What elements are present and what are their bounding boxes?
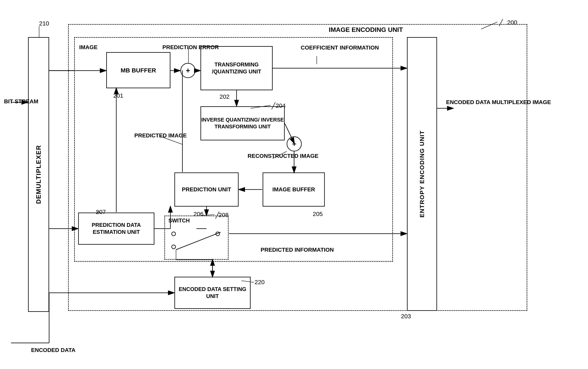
ref-204: 204 [276,102,286,109]
inverse-quantizing-box: INVERSE QUANTIZING/ INVERSE TRANSFORMING… [201,106,285,140]
ref-202: 202 [220,93,230,100]
ref-207: 207 [96,209,106,215]
ref-206: 206 [193,211,203,217]
image-encoding-unit-label: IMAGE ENCODING UNIT [329,26,403,33]
ref-208: 208 [219,212,229,218]
ref-210: 210 [39,20,49,27]
prediction-data-estimation-box: PREDICTION DATA ESTIMATION UNIT [78,213,154,245]
transforming-quantizing-box: TRANSFORMING /QUANTIZING UNIT [201,46,273,90]
prediction-unit-box: PREDICTION UNIT [174,173,239,206]
switch-dot-1 [172,232,176,236]
ref-200-slash: ╱ [499,19,503,26]
ref-205: 205 [313,211,323,217]
predicted-information-label: PREDICTED INFORMATION [261,247,334,253]
diagram-container: IMAGE ENCODING UNIT DEMULTIPLEXER ENTROP… [0,0,588,369]
coefficient-information-label: COEFFICIENT INFORMATION [301,44,379,51]
ref-220-tilde: ~ [251,279,254,286]
predicted-image-label: PREDICTED IMAGE [134,132,187,139]
sum-circle-2: + [287,136,302,151]
image-buffer-box: IMAGE BUFFER [263,173,325,206]
encoded-data-multiplexed-label: ENCODED DATA MULTIPLEXED IMAGE [446,98,551,106]
ref-204-slash: ╱ [272,102,275,109]
encoded-data-setting-box: ENCODED DATA SETTING UNIT [174,277,251,309]
entropy-encoding-box: ENTROPY ENCODING UNIT [407,37,437,311]
switch-label: SWITCH [168,218,190,224]
switch-dot-2 [172,245,176,249]
encoded-data-label: ENCODED DATA [31,347,75,353]
reconstructed-image-label: RECONSTRUCTED IMAGE [248,153,318,160]
demultiplexer-box: DEMULTIPLEXER [28,37,49,312]
ref-201: 201 [113,92,123,99]
ref-203: 203 [401,313,411,320]
mb-buffer-box: MB BUFFER [106,52,170,88]
switch-dot-3 [215,232,220,236]
prediction-error-label: PREDICTION ERROR [162,44,219,51]
ref-220: 220 [255,279,265,286]
ref-200: 200 [507,19,517,26]
bit-stream-label: BIT STREAM [4,98,38,105]
sum-circle-1: + [181,63,195,78]
image-label: IMAGE [79,44,98,51]
ref-208-slash: ╱ [215,212,219,219]
